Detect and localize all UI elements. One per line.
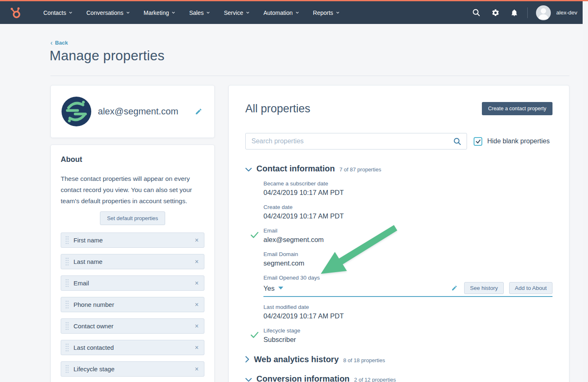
back-label: Back	[55, 40, 68, 46]
drag-handle-icon[interactable]	[65, 300, 69, 309]
property-value: 04/24/2019 10:17 AM PDT	[263, 211, 552, 221]
remove-icon[interactable]: ×	[195, 344, 199, 351]
hide-blank-checkbox[interactable]	[474, 137, 482, 146]
drag-handle-icon[interactable]	[65, 236, 69, 244]
drag-handle-icon[interactable]	[65, 365, 69, 373]
hubspot-logo-icon[interactable]	[9, 6, 22, 19]
edit-pencil-icon[interactable]	[451, 285, 458, 291]
about-property-chip-lifecycle-stage[interactable]: Lifecycle stage ×	[61, 361, 204, 377]
about-card: About These contact properties will appe…	[50, 145, 215, 382]
chip-label: Lifecycle stage	[74, 365, 195, 373]
drag-handle-icon[interactable]	[65, 257, 69, 266]
remove-icon[interactable]: ×	[195, 301, 199, 308]
about-property-chip-first-name[interactable]: First name ×	[61, 233, 204, 248]
nav-item-label: Service	[224, 9, 243, 16]
property-email-opened-30-days: Email Opened 30 days Yes See history Add…	[263, 274, 552, 297]
property-label: Lifecycle stage	[263, 327, 552, 334]
page-title: Manage properties	[50, 48, 165, 64]
chip-label: Phone number	[74, 301, 195, 308]
section-count: 7 of 87 properties	[339, 166, 381, 173]
chevron-right-icon	[245, 356, 249, 364]
remove-icon[interactable]: ×	[195, 280, 199, 287]
nav-item-automation[interactable]: Automation	[256, 1, 306, 24]
chevron-down-icon	[69, 12, 72, 14]
property-label: Last modified date	[263, 304, 552, 311]
section-count: 2 of 12 properties	[354, 377, 396, 382]
green-check-icon	[251, 332, 258, 340]
person-icon	[536, 5, 551, 20]
property-edit-row: Yes See history Add to About	[263, 282, 552, 297]
chevron-down-icon	[246, 12, 249, 14]
hide-blank-properties-toggle[interactable]: Hide blank properties	[474, 137, 550, 146]
property-email: Email alex@segment.com	[263, 227, 552, 244]
top-navigation-bar: Contacts Conversations Marketing Sales S…	[0, 0, 588, 24]
chevron-down-icon	[336, 12, 339, 14]
back-link[interactable]: ‹ Back	[50, 40, 68, 46]
edit-email-pencil-icon[interactable]	[195, 108, 202, 115]
hide-blank-label: Hide blank properties	[487, 138, 550, 145]
about-property-chip-phone-number[interactable]: Phone number ×	[61, 297, 204, 312]
chip-label: Contact owner	[74, 323, 195, 330]
section-contact-information[interactable]: Contact information 7 of 87 properties	[245, 164, 552, 173]
about-property-chip-email[interactable]: Email ×	[61, 275, 204, 291]
property-label: Create date	[263, 204, 552, 211]
about-property-chip-last-name[interactable]: Last name ×	[61, 254, 204, 269]
about-property-chip-last-contacted[interactable]: Last contacted ×	[61, 340, 204, 355]
search-properties-input[interactable]	[246, 133, 447, 149]
remove-icon[interactable]: ×	[195, 237, 199, 244]
property-label: Became a subscriber date	[263, 180, 552, 187]
scrollbar[interactable]	[583, 1, 588, 382]
search-icon[interactable]	[453, 138, 461, 147]
panel-title: All properties	[245, 102, 311, 115]
property-value: Yes	[263, 284, 275, 293]
nav-item-service[interactable]: Service	[217, 1, 256, 24]
nav-item-contacts[interactable]: Contacts	[36, 1, 79, 24]
section-count: 8 of 18 properties	[343, 357, 385, 363]
topbar-divider	[527, 7, 528, 18]
remove-icon[interactable]: ×	[195, 259, 199, 265]
user-avatar[interactable]	[536, 5, 551, 20]
bell-icon[interactable]	[505, 9, 524, 17]
see-history-button[interactable]: See history	[464, 282, 504, 294]
nav-item-sales[interactable]: Sales	[182, 1, 217, 24]
drag-handle-icon[interactable]	[65, 343, 69, 352]
contact-information-properties: Became a subscriber date 04/24/2019 10:1…	[263, 180, 552, 344]
search-icon[interactable]	[467, 9, 486, 17]
about-property-chip-contact-owner[interactable]: Contact owner ×	[61, 318, 204, 334]
contact-email: alex@segment.com	[98, 106, 188, 117]
chevron-down-icon	[206, 12, 210, 14]
username[interactable]: alex-dev	[556, 9, 577, 16]
section-web-analytics-history[interactable]: Web analytics history 8 of 18 properties	[245, 355, 552, 364]
section-conversion-information[interactable]: Conversion information 2 of 12 propertie…	[245, 374, 552, 382]
gear-icon[interactable]	[486, 9, 505, 17]
set-default-properties-button[interactable]: Set default properties	[100, 211, 165, 225]
remove-icon[interactable]: ×	[195, 366, 199, 373]
about-title: About	[61, 155, 204, 164]
dropdown-caret-icon[interactable]	[278, 287, 283, 289]
property-value: 04/24/2019 10:17 AM PDT	[263, 311, 552, 320]
section-title: Web analytics history	[254, 355, 339, 364]
property-create-date: Create date 04/24/2019 10:17 AM PDT	[263, 204, 552, 221]
create-contact-property-button[interactable]: Create a contact property	[482, 102, 552, 115]
drag-handle-icon[interactable]	[65, 279, 69, 287]
nav-item-reports[interactable]: Reports	[306, 1, 346, 24]
nav-item-label: Sales	[189, 9, 204, 16]
segment-logo-avatar	[62, 97, 91, 126]
nav-item-marketing[interactable]: Marketing	[137, 1, 182, 24]
add-to-about-button[interactable]: Add to About	[509, 282, 552, 294]
nav-item-label: Contacts	[43, 9, 66, 16]
checkmark-icon	[475, 138, 481, 144]
drag-handle-icon[interactable]	[65, 322, 69, 330]
section-title: Conversion information	[256, 374, 350, 382]
nav-item-label: Conversations	[86, 9, 123, 16]
nav-item-conversations[interactable]: Conversations	[79, 1, 137, 24]
nav-item-label: Marketing	[144, 9, 169, 16]
property-email-domain: Email Domain segment.com	[263, 251, 552, 268]
remove-icon[interactable]: ×	[195, 323, 199, 330]
chevron-down-icon	[172, 12, 175, 14]
property-last-modified-date: Last modified date 04/24/2019 10:17 AM P…	[263, 304, 552, 320]
all-properties-panel: All properties Create a contact property…	[228, 85, 569, 382]
chip-label: First name	[74, 237, 195, 244]
property-label: Email Domain	[263, 251, 552, 258]
nav-item-label: Reports	[313, 9, 333, 16]
